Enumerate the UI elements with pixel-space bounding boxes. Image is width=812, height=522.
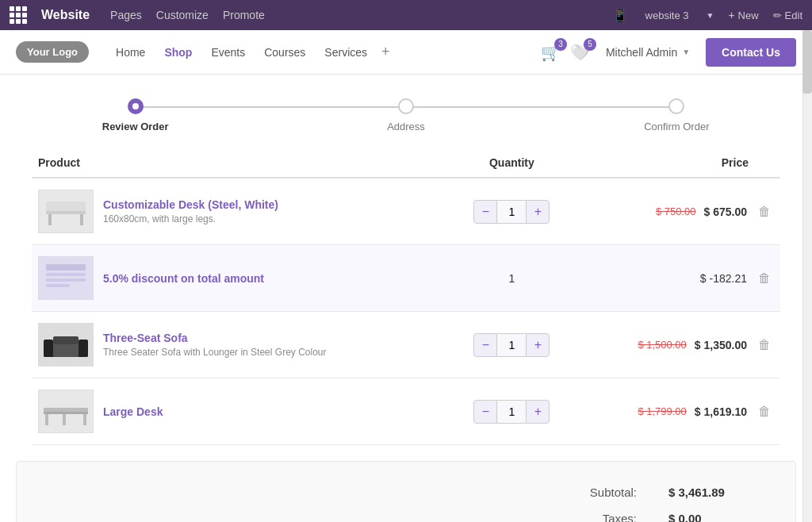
user-name: Mitchell Admin xyxy=(606,46,677,59)
svg-rect-6 xyxy=(46,278,86,282)
admin-customize-link[interactable]: Customize xyxy=(156,9,209,21)
delete-sofa[interactable]: 🗑 xyxy=(755,335,774,355)
nav-shop[interactable]: Shop xyxy=(156,41,200,63)
price-original-large-desk: $ 1,799.00 xyxy=(638,405,686,417)
svg-rect-7 xyxy=(46,284,70,287)
admin-pages-link[interactable]: Pages xyxy=(110,9,142,21)
qty-increase-sofa[interactable]: + xyxy=(526,333,550,357)
price-final-desk: $ 675.00 xyxy=(704,205,748,218)
step-review: Review Order xyxy=(0,98,270,132)
svg-rect-9 xyxy=(44,340,53,357)
price-final-sofa: $ 1,350.00 xyxy=(695,339,747,351)
delete-discount[interactable]: 🗑 xyxy=(755,268,774,289)
svg-rect-4 xyxy=(46,264,86,271)
wish-badge: 5 xyxy=(584,38,596,51)
qty-decrease-sofa[interactable]: − xyxy=(473,333,497,357)
step-address-circle[interactable] xyxy=(398,98,414,114)
nav-events[interactable]: Events xyxy=(203,41,253,63)
subtotal-value: $ 3,461.89 xyxy=(668,486,748,499)
col-product: Product xyxy=(32,148,450,178)
step-confirm: Confirm Order xyxy=(542,98,812,132)
admin-bar: Website Pages Customize Promote 📱 websit… xyxy=(0,0,812,30)
discount-name: 5.0% discount on total amount xyxy=(103,272,264,285)
qty-value-large-desk: 1 xyxy=(497,400,526,424)
logo-text: Your Logo xyxy=(27,46,78,58)
delete-large-desk[interactable]: 🗑 xyxy=(755,401,774,422)
product-cell-discount: 5.0% discount on total amount xyxy=(38,256,444,300)
step-review-label: Review Order xyxy=(102,121,169,132)
grid-icon[interactable] xyxy=(10,6,27,24)
table-row: Large Desk − 1 + xyxy=(32,378,780,445)
user-dropdown[interactable]: Mitchell Admin ▼ xyxy=(599,43,696,62)
edit-button[interactable]: ✏ Edit xyxy=(773,10,802,21)
qty-decrease-large-desk[interactable]: − xyxy=(473,400,497,424)
qty-increase-desk[interactable]: + xyxy=(526,200,550,224)
price-final-large-desk: $ 1,619.10 xyxy=(695,405,747,418)
website-select-label[interactable]: website 3 xyxy=(645,10,689,21)
col-quantity: Quantity xyxy=(450,148,574,178)
discount-qty: 1 xyxy=(508,272,515,285)
svg-rect-16 xyxy=(63,414,66,425)
product-image-discount xyxy=(38,256,94,300)
svg-rect-5 xyxy=(46,273,86,276)
qty-increase-large-desk[interactable]: + xyxy=(526,400,550,424)
qty-value-sofa: 1 xyxy=(497,333,526,357)
svg-rect-1 xyxy=(48,214,52,225)
scrollbar-thumb[interactable] xyxy=(802,30,812,94)
product-name-large-desk[interactable]: Large Desk xyxy=(103,405,163,418)
logo[interactable]: Your Logo xyxy=(16,41,89,63)
product-desc-sofa: Three Seater Sofa with Lounger in Steel … xyxy=(103,347,326,358)
product-image-desk xyxy=(38,190,94,233)
product-cell: Customizable Desk (Steel, White) 160x80c… xyxy=(38,190,444,233)
taxes-label: Taxes: xyxy=(603,512,637,522)
nav-services[interactable]: Services xyxy=(316,41,375,63)
step-review-circle[interactable] xyxy=(128,98,144,114)
table-row: Customizable Desk (Steel, White) 160x80c… xyxy=(32,178,780,245)
qty-value-desk: 1 xyxy=(497,200,526,224)
cart-icon[interactable]: 🛒 3 xyxy=(541,43,561,62)
qty-decrease-desk[interactable]: − xyxy=(473,200,497,224)
step-address-label: Address xyxy=(387,121,425,132)
svg-rect-13 xyxy=(44,408,88,412)
svg-rect-12 xyxy=(53,336,79,344)
stepper: Review Order Address Confirm Order xyxy=(0,75,812,148)
delete-desk[interactable]: 🗑 xyxy=(755,202,774,222)
step-confirm-label: Confirm Order xyxy=(644,121,709,132)
plus-icon: + xyxy=(728,9,734,21)
nav-home[interactable]: Home xyxy=(108,41,153,63)
pencil-icon: ✏ xyxy=(773,10,782,21)
dropdown-arrow-icon: ▼ xyxy=(682,48,690,56)
qty-control-desk: − 1 + xyxy=(457,200,568,224)
summary-box: Subtotal: $ 3,461.89 Taxes: $ 0.00 xyxy=(16,461,796,522)
new-button[interactable]: + New xyxy=(728,9,758,21)
wishlist-icon[interactable]: 🤍 5 xyxy=(570,43,590,62)
svg-rect-17 xyxy=(83,414,86,425)
qty-control-sofa: − 1 + xyxy=(457,333,568,357)
product-image-sofa xyxy=(38,323,94,367)
svg-rect-11 xyxy=(53,343,79,357)
mobile-device-icon[interactable]: 📱 xyxy=(612,8,628,23)
table-row: Three-Seat Sofa Three Seater Sofa with L… xyxy=(32,312,780,378)
contact-button[interactable]: Contact Us xyxy=(706,38,796,67)
step-confirm-circle[interactable] xyxy=(668,98,684,114)
product-desc-desk: 160x80cm, with large legs. xyxy=(103,213,278,225)
admin-promote-link[interactable]: Promote xyxy=(223,9,265,21)
website-select-arrow[interactable]: ▼ xyxy=(706,11,714,20)
svg-rect-15 xyxy=(45,414,48,425)
scrollbar[interactable] xyxy=(802,30,812,522)
subtotal-row: Subtotal: $ 3,461.89 xyxy=(64,486,748,499)
product-cell-large-desk: Large Desk xyxy=(38,390,444,433)
nav-links: Home Shop Events Courses Services + xyxy=(108,41,393,63)
product-name-sofa[interactable]: Three-Seat Sofa xyxy=(103,332,188,344)
nav-add-icon[interactable]: + xyxy=(378,44,393,60)
svg-rect-2 xyxy=(80,214,83,225)
nav-bar: Your Logo Home Shop Events Courses Servi… xyxy=(0,30,812,75)
col-price: Price xyxy=(573,148,780,178)
product-name-desk[interactable]: Customizable Desk (Steel, White) xyxy=(103,198,278,211)
order-table: Product Quantity Price xyxy=(32,148,780,445)
main-content: Review Order Address Confirm Order Produ… xyxy=(0,75,812,522)
site-name: Website xyxy=(41,8,90,22)
svg-rect-10 xyxy=(79,340,88,357)
nav-courses[interactable]: Courses xyxy=(256,41,313,63)
subtotal-label: Subtotal: xyxy=(590,486,637,499)
